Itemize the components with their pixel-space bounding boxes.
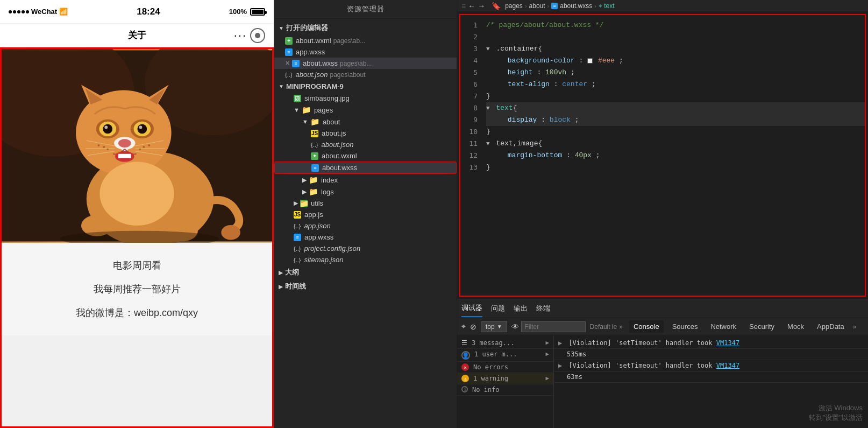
tab-terminal[interactable]: 终端 <box>536 300 550 317</box>
wxml-icon: ✦ <box>285 37 293 45</box>
folder-logs[interactable]: ▶ 📁 logs <box>274 186 457 198</box>
code-line-5: height : 100vh ; <box>486 67 865 79</box>
tab-network[interactable]: Network <box>706 320 741 333</box>
timeline-arrow: ▶ <box>279 284 283 290</box>
tab-mock[interactable]: Mock <box>783 320 808 333</box>
folder-utils[interactable]: ▶ 📁 utils <box>274 198 457 209</box>
explorer-content[interactable]: ▼ 打开的编辑器 ✦ about.wxml pages\ab... ≡ app.… <box>274 19 457 428</box>
folder-pages[interactable]: ▼ 📁 pages <box>274 104 457 116</box>
outline-label: 大纲 <box>285 268 299 277</box>
js-icon: JS <box>294 211 301 219</box>
tab-problems[interactable]: 问题 <box>491 300 505 317</box>
file-app-wxss[interactable]: ≡ app.wxss <box>274 231 457 243</box>
back-arrow[interactable]: ≡ <box>461 2 466 10</box>
file-name: about.json <box>295 71 328 79</box>
close-icon[interactable]: ✕ <box>285 60 290 67</box>
timeline-section[interactable]: ▶ 时间线 <box>274 279 457 293</box>
context-selector[interactable]: top ▼ <box>481 321 507 332</box>
line-num-8: 8 <box>460 102 478 114</box>
open-file-about-wxml[interactable]: ✦ about.wxml pages\ab... <box>274 35 457 46</box>
battery-percent: 100% <box>229 8 247 16</box>
phone-time: 18:24 <box>137 6 160 17</box>
console-item-info[interactable]: ℹ No info <box>457 384 553 396</box>
file-simbasong[interactable]: 🖼 simbasong.jpg <box>274 93 457 104</box>
code-line-6: text-align : center ; <box>486 79 865 90</box>
file-name: simbasong.jpg <box>304 94 350 102</box>
miniprogram-section[interactable]: ▼ MINIPROGRAM-9 <box>274 80 457 93</box>
violation-link-2[interactable]: VM1347 <box>716 362 739 369</box>
code-line-7: } <box>486 90 865 102</box>
line-numbers: 1 2 3 4 5 6 7 8 9 10 11 12 13 <box>460 15 482 296</box>
cursor-icon[interactable]: ⌖ <box>461 322 466 331</box>
violation-ms-2: 63ms <box>567 373 864 381</box>
file-path: pages\ab... <box>333 37 365 45</box>
no-info-icon: ℹ <box>461 386 468 392</box>
console-area: ☰ 3 messag... ▶ 👤 1 user m... ▶ ✕ No err… <box>457 335 868 428</box>
more-icon: » <box>619 323 623 331</box>
back-button[interactable]: ← <box>468 2 475 10</box>
folder-about[interactable]: ▼ 📁 about <box>274 116 457 128</box>
console-item-user[interactable]: 👤 1 user m... ▶ <box>457 349 553 362</box>
file-project-config[interactable]: {..} project.config.json <box>274 243 457 254</box>
expand-arrow: ▶ <box>545 339 549 346</box>
open-file-about-json[interactable]: {..} about.json pages\about <box>274 69 457 80</box>
svg-point-24 <box>98 144 100 146</box>
tab-console[interactable]: Console <box>629 320 664 333</box>
nav-more-dots[interactable]: ··· <box>234 29 247 43</box>
outline-section[interactable]: ▶ 大纲 <box>274 265 457 279</box>
miniprogram-arrow: ▼ <box>279 83 284 89</box>
open-file-app-wxss[interactable]: ≡ app.wxss <box>274 46 457 58</box>
eye-icon[interactable]: 👁 <box>511 322 519 331</box>
tab-appdata[interactable]: AppData <box>813 320 849 333</box>
js-icon: JS <box>311 130 318 137</box>
tab-output[interactable]: 输出 <box>514 300 528 317</box>
movie-title: 电影周周看 <box>12 259 261 272</box>
block-icon[interactable]: ⊘ <box>470 322 476 331</box>
file-name: project.config.json <box>304 244 360 252</box>
battery-icon <box>250 8 265 16</box>
json-icon: {..} <box>294 223 301 229</box>
forward-button[interactable]: → <box>478 2 485 10</box>
line-num-9: 9 <box>460 114 478 126</box>
file-about-json[interactable]: {..} about.json <box>274 139 457 150</box>
nav-record-button[interactable] <box>250 28 265 43</box>
fold-arrow: ▼ <box>486 141 490 147</box>
phone-nav-bar: 关于 ··· <box>0 24 274 47</box>
wxss-icon: ≡ <box>294 234 301 241</box>
console-item-messages[interactable]: ☰ 3 messag... ▶ <box>457 338 553 349</box>
open-editors-section[interactable]: ▼ 打开的编辑器 <box>274 21 457 35</box>
file-app-js[interactable]: JS app.js <box>274 209 457 220</box>
fold-arrow: ▼ <box>486 46 490 52</box>
file-app-json[interactable]: {..} app.json <box>274 220 457 231</box>
console-item-errors[interactable]: ✕ No errors <box>457 362 553 373</box>
line-num-11: 11 <box>460 138 478 150</box>
folder-index[interactable]: ▶ 📁 index <box>274 174 457 186</box>
violation-ms-1: 535ms <box>567 350 864 358</box>
tab-debugger[interactable]: 调试器 <box>461 300 482 317</box>
wxss-icon: ≡ <box>292 60 300 67</box>
file-about-wxml[interactable]: ✦ about.wxml <box>274 150 457 162</box>
svg-point-23 <box>103 146 105 148</box>
svg-point-26 <box>143 146 145 148</box>
file-name: app.js <box>304 211 323 219</box>
svg-point-35 <box>99 162 174 226</box>
filter-input[interactable] <box>521 321 586 332</box>
file-name: about.wxml <box>296 37 331 45</box>
line-num-4: 4 <box>460 55 478 67</box>
file-about-js[interactable]: JS about.js <box>274 128 457 139</box>
signal-dots <box>9 10 29 13</box>
bookmark-icon: 🔖 <box>492 2 501 10</box>
open-file-about-wxss[interactable]: ✕ ≡ about.wxss pages\ab... <box>274 58 457 69</box>
right-section: ≡ ← → 🔖 pages › about › ≡ about.wxss › ⌖… <box>457 0 868 428</box>
file-about-wxss-selected[interactable]: ≡ about.wxss <box>274 162 457 174</box>
tab-security[interactable]: Security <box>745 320 779 333</box>
line-num-6: 6 <box>460 79 478 90</box>
svg-point-14 <box>103 124 112 134</box>
file-sitemap[interactable]: {..} sitemap.json <box>274 254 457 265</box>
violation-link-1[interactable]: VM1347 <box>716 339 739 347</box>
code-editor-area[interactable]: 1 2 3 4 5 6 7 8 9 10 11 12 13 <box>459 14 866 297</box>
file-path: pages\ab... <box>340 60 372 67</box>
file-name: app.wxss <box>304 233 333 241</box>
console-item-warnings[interactable]: ⚠ 1 warning ▶ <box>457 373 553 384</box>
tab-sources[interactable]: Sources <box>668 320 702 333</box>
